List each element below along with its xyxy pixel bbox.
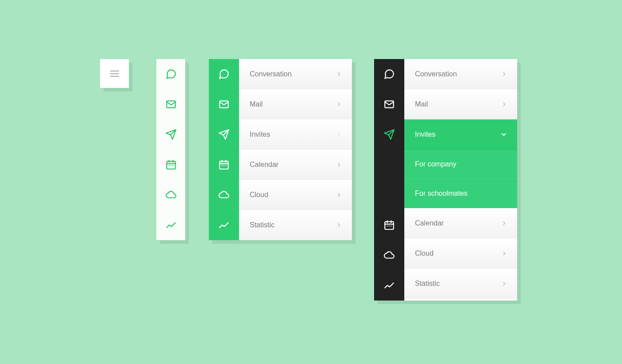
nav-row-statistic[interactable]: Statistic bbox=[239, 210, 352, 240]
nav-row-cloud[interactable]: Cloud bbox=[404, 238, 517, 269]
nav-row-conversation[interactable]: Conversation bbox=[239, 59, 352, 89]
chevron-right-icon bbox=[336, 101, 342, 107]
chart-line-icon bbox=[383, 280, 395, 291]
nav-row-invites[interactable]: Invites bbox=[239, 119, 352, 150]
paper-plane-icon bbox=[383, 129, 395, 140]
nav-label: Invites bbox=[250, 131, 270, 138]
icon-cell-statistic[interactable] bbox=[374, 270, 404, 301]
sidebar-icon-column-dark bbox=[374, 59, 404, 301]
chevron-right-icon bbox=[501, 281, 507, 287]
nav-label: Calendar bbox=[415, 219, 444, 227]
nav-label: Mail bbox=[250, 100, 263, 108]
chart-line-icon bbox=[218, 219, 230, 231]
nav-subrow-schoolmates[interactable]: For schoolmates bbox=[404, 179, 517, 208]
sidebar-collapsed-light bbox=[156, 59, 185, 240]
nav-row-mail[interactable]: Mail bbox=[404, 89, 517, 119]
sidebar-list-column: Conversation Mail Invites Calendar Cloud… bbox=[239, 59, 352, 240]
icon-cell-mail[interactable] bbox=[374, 89, 404, 119]
nav-subrow-company[interactable]: For company bbox=[404, 150, 517, 179]
paper-plane-icon bbox=[218, 129, 230, 140]
envelope-icon bbox=[165, 99, 177, 110]
icon-cell-statistic[interactable] bbox=[209, 210, 239, 240]
speech-bubble-icon bbox=[218, 68, 230, 80]
speech-bubble-icon bbox=[165, 68, 177, 80]
icon-cell-spacer bbox=[374, 180, 404, 210]
chart-line-icon bbox=[165, 219, 177, 231]
nav-label: Statistic bbox=[415, 280, 440, 288]
cloud-icon bbox=[218, 189, 230, 201]
icon-cell-cloud[interactable] bbox=[374, 240, 404, 270]
nav-row-conversation[interactable]: Conversation bbox=[404, 59, 517, 89]
chevron-right-icon bbox=[336, 162, 342, 168]
icon-cell-conversation[interactable] bbox=[374, 59, 404, 89]
sidebar-expanded-dark: Conversation Mail Invites For company Fo… bbox=[374, 59, 517, 301]
cloud-icon bbox=[165, 189, 177, 201]
cloud-icon bbox=[383, 249, 395, 261]
nav-row-calendar[interactable]: Calendar bbox=[239, 150, 352, 180]
icon-cell-conversation[interactable] bbox=[209, 59, 239, 89]
nav-row-statistic[interactable]: Statistic bbox=[404, 269, 517, 299]
icon-cell-calendar[interactable] bbox=[374, 210, 404, 240]
icon-cell-cloud[interactable] bbox=[209, 180, 239, 210]
chevron-right-icon bbox=[336, 131, 342, 138]
sidebar-list-column-dark: Conversation Mail Invites For company Fo… bbox=[404, 59, 517, 301]
paper-plane-icon bbox=[165, 129, 177, 140]
envelope-icon bbox=[383, 99, 395, 110]
chevron-right-icon bbox=[501, 101, 507, 107]
nav-label: Mail bbox=[415, 100, 428, 108]
nav-label: Statistic bbox=[250, 221, 275, 229]
icon-cell-spacer bbox=[374, 150, 404, 180]
speech-bubble-icon bbox=[383, 68, 395, 80]
chevron-down-icon bbox=[500, 131, 507, 138]
sidebar-item-mail[interactable] bbox=[156, 89, 185, 119]
chevron-right-icon bbox=[501, 220, 507, 226]
nav-row-calendar[interactable]: Calendar bbox=[404, 208, 517, 238]
nav-row-cloud[interactable]: Cloud bbox=[239, 180, 352, 210]
nav-label: Cloud bbox=[415, 249, 434, 257]
icon-cell-mail[interactable] bbox=[209, 89, 239, 119]
nav-label: Invites bbox=[415, 131, 435, 138]
nav-row-mail[interactable]: Mail bbox=[239, 89, 352, 119]
chevron-right-icon bbox=[336, 71, 342, 77]
nav-sublabel: For schoolmates bbox=[415, 190, 467, 198]
icon-cell-invites-active[interactable] bbox=[374, 119, 404, 150]
sidebar-icon-column bbox=[209, 59, 239, 240]
sidebar-item-statistic[interactable] bbox=[156, 210, 185, 240]
calendar-icon bbox=[165, 159, 177, 170]
sidebar-item-conversation[interactable] bbox=[156, 59, 185, 89]
nav-sublabel: For company bbox=[415, 160, 456, 168]
sidebar-item-cloud[interactable] bbox=[156, 180, 185, 210]
nav-label: Cloud bbox=[250, 191, 268, 199]
sidebar-item-calendar[interactable] bbox=[156, 150, 185, 180]
nav-label: Calendar bbox=[250, 161, 279, 169]
calendar-icon bbox=[383, 219, 395, 231]
chevron-right-icon bbox=[501, 250, 507, 257]
sidebar-item-invites[interactable] bbox=[156, 119, 185, 150]
sidebar-expanded-green: Conversation Mail Invites Calendar Cloud… bbox=[209, 59, 352, 240]
nav-label: Conversation bbox=[250, 70, 291, 78]
menu-toggle-button[interactable] bbox=[100, 59, 129, 88]
chevron-right-icon bbox=[336, 222, 342, 228]
chevron-right-icon bbox=[501, 71, 507, 77]
chevron-right-icon bbox=[336, 192, 342, 198]
nav-label: Conversation bbox=[415, 70, 457, 78]
icon-cell-invites[interactable] bbox=[209, 119, 239, 150]
hamburger-icon bbox=[109, 68, 120, 79]
calendar-icon bbox=[218, 159, 230, 170]
envelope-icon bbox=[218, 99, 230, 110]
icon-cell-calendar[interactable] bbox=[209, 150, 239, 180]
nav-row-invites-expanded[interactable]: Invites bbox=[404, 119, 517, 150]
